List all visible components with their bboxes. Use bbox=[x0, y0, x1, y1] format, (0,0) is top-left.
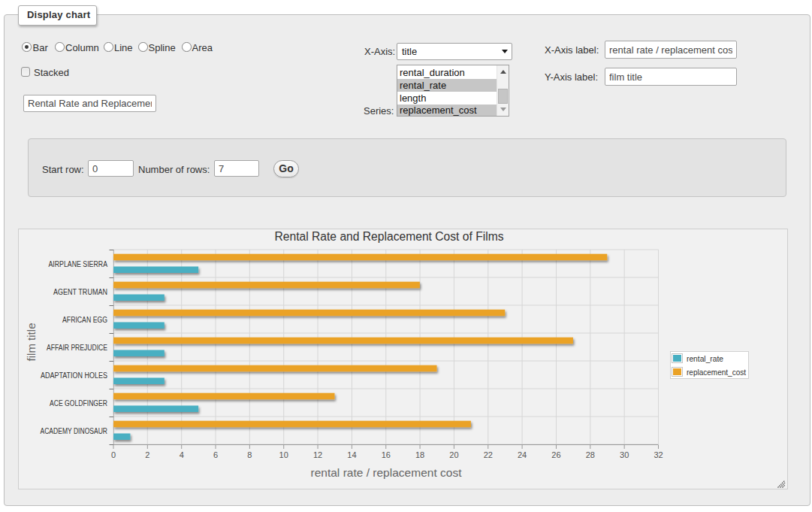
svg-text:rental_rate: rental_rate bbox=[687, 354, 723, 363]
svg-text:AGENT TRUMAN: AGENT TRUMAN bbox=[53, 288, 107, 296]
svg-text:film title: film title bbox=[25, 323, 38, 362]
svg-text:24: 24 bbox=[518, 450, 527, 459]
svg-text:6: 6 bbox=[213, 450, 218, 459]
svg-text:Rental Rate and Replacement Co: Rental Rate and Replacement Cost of Film… bbox=[275, 230, 504, 243]
svg-text:AIRPLANE SIERRA: AIRPLANE SIERRA bbox=[49, 260, 108, 268]
svg-text:14: 14 bbox=[347, 450, 356, 459]
svg-text:32: 32 bbox=[654, 450, 663, 459]
svg-text:4: 4 bbox=[180, 450, 184, 459]
svg-text:rental rate / replacement cost: rental rate / replacement cost bbox=[311, 466, 463, 479]
svg-text:AFRICAN EGG: AFRICAN EGG bbox=[62, 316, 107, 324]
svg-text:AFFAIR PREJUDICE: AFFAIR PREJUDICE bbox=[47, 344, 107, 352]
svg-text:2: 2 bbox=[145, 450, 149, 459]
svg-text:10: 10 bbox=[279, 450, 288, 459]
svg-text:ADAPTATION HOLES: ADAPTATION HOLES bbox=[41, 371, 107, 380]
svg-text:22: 22 bbox=[484, 450, 493, 459]
svg-text:18: 18 bbox=[415, 450, 424, 459]
svg-text:0: 0 bbox=[111, 450, 116, 459]
svg-text:16: 16 bbox=[382, 450, 391, 459]
svg-text:26: 26 bbox=[551, 450, 560, 459]
svg-text:replacement_cost: replacement_cost bbox=[687, 368, 746, 377]
svg-text:ACADEMY DINOSAUR: ACADEMY DINOSAUR bbox=[41, 427, 108, 435]
svg-text:12: 12 bbox=[313, 450, 322, 459]
svg-text:20: 20 bbox=[449, 450, 458, 459]
svg-text:30: 30 bbox=[620, 450, 629, 459]
svg-text:28: 28 bbox=[586, 450, 595, 459]
svg-text:8: 8 bbox=[247, 450, 252, 459]
svg-text:ACE GOLDFINGER: ACE GOLDFINGER bbox=[50, 399, 107, 407]
